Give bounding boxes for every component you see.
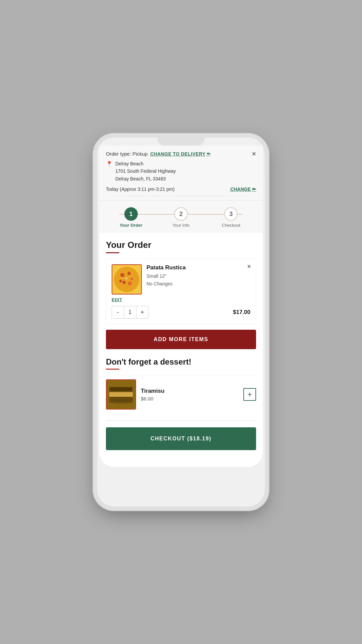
- header-divider: [113, 196, 249, 196]
- step-2-circle: 2: [174, 207, 188, 221]
- your-order-title: Your Order: [106, 240, 256, 250]
- add-more-items-button[interactable]: ADD MORE ITEMS: [106, 330, 256, 349]
- change-time-pencil-icon: ✏: [252, 186, 256, 192]
- step-3-number: 3: [229, 211, 233, 218]
- location-name: Delray Beach: [115, 160, 176, 167]
- dessert-section-title: Don't forget a dessert!: [106, 357, 256, 367]
- item-price: $17.00: [233, 309, 250, 316]
- remove-item-button[interactable]: ×: [247, 263, 251, 270]
- svg-point-1: [114, 267, 139, 292]
- step-3-label: Checkout: [222, 223, 240, 228]
- time-row: Today (Approx 3:11 pm-3:21 pm) CHANGE ✏: [106, 186, 256, 192]
- dessert-image: [106, 379, 136, 410]
- step-1-number: 1: [129, 211, 133, 218]
- dessert-name: Tiramisu: [141, 388, 239, 394]
- dessert-details: Tiramisu $6.00: [141, 388, 239, 401]
- steps-row: 1 Your Order 2 Your Info 3 Checkout: [106, 207, 256, 228]
- change-delivery-link[interactable]: CHANGE TO DELIVERY ✏: [150, 151, 210, 157]
- step-2[interactable]: 2 Your Info: [156, 207, 206, 228]
- svg-point-3: [127, 272, 131, 275]
- order-type-row: Order type: Pickup CHANGE TO DELIVERY ✏: [106, 151, 256, 157]
- svg-point-2: [120, 273, 124, 277]
- increase-qty-button[interactable]: +: [136, 306, 148, 318]
- step-3-circle: 3: [224, 207, 238, 221]
- svg-rect-16: [119, 388, 125, 390]
- quantity-controls: - 1 +: [112, 306, 148, 319]
- location-address2: Delray Beach, FL 33483: [115, 175, 176, 182]
- svg-point-6: [128, 281, 132, 285]
- steps-container: 1 Your Order 2 Your Info 3 Checkout: [99, 201, 263, 233]
- step-1-circle: 1: [124, 207, 138, 221]
- item-name: Patata Rustica: [146, 264, 250, 271]
- edit-item-link[interactable]: EDIT: [112, 297, 122, 302]
- dessert-item: Tiramisu $6.00 +: [106, 375, 256, 414]
- qty-price-row: - 1 + $17.00: [112, 306, 250, 319]
- dessert-section: Don't forget a dessert!: [106, 357, 256, 414]
- location-row: 📍 Delray Beach 1701 South Federal Highwa…: [106, 160, 256, 182]
- dessert-underline: [106, 369, 119, 370]
- your-order-section: Your Order ×: [106, 240, 256, 357]
- dessert-price: $6.00: [141, 396, 239, 401]
- add-dessert-plus-icon: +: [247, 390, 252, 399]
- order-type-label: Order type: Pickup: [106, 151, 147, 157]
- decrease-qty-button[interactable]: -: [112, 306, 124, 318]
- quantity-value: 1: [124, 309, 136, 315]
- svg-point-20: [109, 400, 133, 404]
- item-details: Patata Rustica Small 12" No Changes: [146, 264, 250, 287]
- main-content: Your Order ×: [99, 233, 263, 457]
- checkout-button[interactable]: CHECKOUT ($18.19): [106, 427, 256, 450]
- svg-point-9: [121, 277, 122, 278]
- order-item-card: ×: [106, 259, 256, 324]
- svg-point-8: [125, 277, 127, 279]
- svg-rect-17: [126, 388, 131, 390]
- phone-frame: Order type: Pickup CHANGE TO DELIVERY ✏ …: [97, 138, 265, 506]
- your-order-underline: [106, 252, 119, 253]
- step-2-label: Your Info: [172, 223, 190, 228]
- step-3[interactable]: 3 Checkout: [206, 207, 256, 228]
- edit-pencil-icon: ✏: [207, 151, 210, 156]
- item-changes: No Changes: [146, 280, 250, 287]
- change-delivery-text: CHANGE TO DELIVERY: [150, 151, 205, 157]
- item-size: Small 12": [146, 272, 250, 280]
- change-time-link[interactable]: CHANGE ✏: [230, 186, 256, 192]
- item-row: Patata Rustica Small 12" No Changes: [112, 264, 250, 294]
- location-address1: 1701 South Federal Highway: [115, 167, 176, 175]
- add-dessert-button[interactable]: +: [243, 388, 256, 401]
- location-pin-icon: 📍: [106, 161, 113, 167]
- svg-rect-12: [109, 392, 133, 397]
- header-bar: Order type: Pickup CHANGE TO DELIVERY ✏ …: [99, 146, 263, 201]
- phone-notch: [158, 138, 204, 146]
- item-image: [112, 264, 142, 294]
- bottom-divider: [106, 420, 256, 421]
- time-text: Today (Approx 3:11 pm-3:21 pm): [106, 186, 175, 192]
- svg-point-4: [130, 278, 133, 280]
- change-time-label: CHANGE: [230, 186, 251, 192]
- svg-rect-15: [111, 388, 117, 390]
- close-button[interactable]: ×: [252, 150, 256, 158]
- step-1-label: Your Order: [120, 223, 142, 228]
- step-1[interactable]: 1 Your Order: [106, 207, 156, 228]
- step-2-number: 2: [179, 211, 183, 218]
- screen: Order type: Pickup CHANGE TO DELIVERY ✏ …: [99, 146, 263, 467]
- location-text: Delray Beach 1701 South Federal Highway …: [115, 160, 176, 182]
- svg-point-7: [119, 280, 122, 282]
- svg-point-5: [122, 281, 126, 284]
